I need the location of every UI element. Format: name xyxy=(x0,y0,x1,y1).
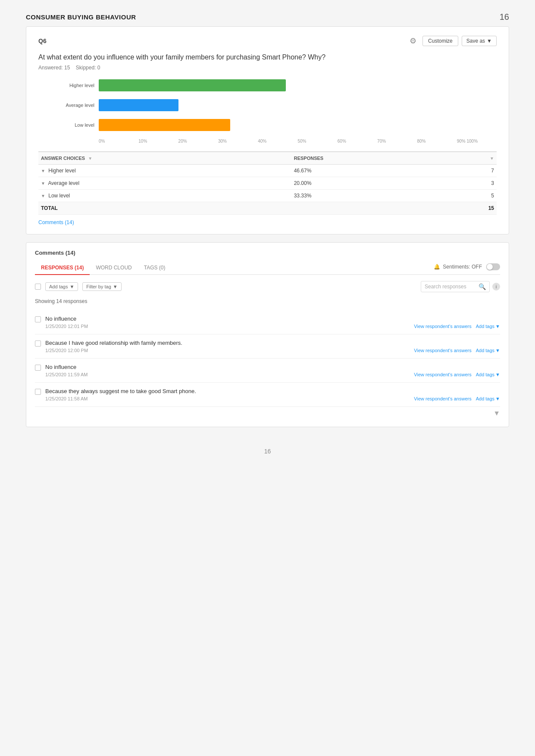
answers-table: ANSWER CHOICES ▼ RESPONSES ▼ ▼ Higher le… xyxy=(38,151,497,215)
view-respondent-link-1[interactable]: View respondent's answers xyxy=(414,348,471,353)
comments-card-title: Comments (14) xyxy=(35,250,500,256)
add-tags-arrow: ▼ xyxy=(69,284,74,289)
response-checkbox-2[interactable] xyxy=(35,365,41,371)
tabs-right: 🔔 Sentiments: OFF xyxy=(434,263,500,273)
info-icon-label: i xyxy=(496,284,497,289)
card-header-row: Q6 ⚙ Customize Save as ▼ xyxy=(38,35,497,47)
filter-left: Add tags ▼ Filter by tag ▼ xyxy=(35,282,122,291)
col-responses[interactable]: RESPONSES xyxy=(291,152,447,165)
response-date-2: 1/25/2020 11:59 AM xyxy=(45,372,88,377)
response-item-0: No influence 1/25/2020 12:01 PM View res… xyxy=(35,310,500,334)
view-respondent-link-3[interactable]: View respondent's answers xyxy=(414,396,471,401)
chart-row-2: Low level xyxy=(43,119,497,131)
filter-right: Search responses 🔍 i xyxy=(421,281,500,292)
gear-button[interactable]: ⚙ xyxy=(407,35,419,47)
question-text: At what extent do you influence with you… xyxy=(38,53,497,62)
answer-pct-1: 20.00% xyxy=(291,177,447,190)
customize-button[interactable]: Customize xyxy=(422,36,458,46)
response-actions-3: View respondent's answers Add tags ▼ xyxy=(414,396,500,401)
add-tags-response-button-3[interactable]: Add tags ▼ xyxy=(476,396,500,401)
tab-word-cloud-label: WORD CLOUD xyxy=(96,265,131,271)
page-title: CONSUMER BUYING BEHAVIOUR xyxy=(26,13,136,21)
chart-bar-container-1 xyxy=(99,99,497,111)
col-answer-choices[interactable]: ANSWER CHOICES ▼ xyxy=(38,152,291,165)
tab-responses-count: (14) xyxy=(75,265,84,271)
answer-label-0: ▼ Higher level xyxy=(38,165,291,177)
showing-text: Showing 14 responses xyxy=(35,298,500,304)
x-tick-7: 70% xyxy=(377,139,417,144)
tab-tags[interactable]: TAGS (0) xyxy=(138,262,172,275)
chart-bar-1 xyxy=(99,99,178,111)
tabs-left: RESPONSES (14) WORD CLOUD TAGS (0) xyxy=(35,262,172,274)
chart-label-0: Higher level xyxy=(43,83,94,88)
response-text-3: Because they always suggest me to take g… xyxy=(45,388,500,394)
response-date-0: 1/25/2020 12:01 PM xyxy=(45,324,88,329)
sentiment-icon: 🔔 xyxy=(434,264,440,270)
skipped-label: Skipped: 0 xyxy=(76,65,100,71)
search-icon: 🔍 xyxy=(479,283,486,290)
response-actions-2: View respondent's answers Add tags ▼ xyxy=(414,372,500,377)
col-count[interactable]: ▼ xyxy=(447,152,497,165)
response-text-2: No influence xyxy=(45,364,500,370)
col-responses-label: RESPONSES xyxy=(294,156,323,161)
choice-dot-2: ▼ xyxy=(41,194,45,198)
sort-arrow-col3: ▼ xyxy=(490,156,494,161)
footer-page-number: 16 xyxy=(264,448,271,455)
add-tags-response-button-2[interactable]: Add tags ▼ xyxy=(476,372,500,377)
select-all-checkbox[interactable] xyxy=(35,284,41,290)
filter-row: Add tags ▼ Filter by tag ▼ Search respon… xyxy=(35,281,500,292)
comments-link[interactable]: Comments (14) xyxy=(38,219,74,225)
response-body-0: No influence 1/25/2020 12:01 PM View res… xyxy=(45,316,500,329)
x-tick-5: 50% xyxy=(297,139,337,144)
view-respondent-link-0[interactable]: View respondent's answers xyxy=(414,324,471,329)
saveas-button[interactable]: Save as ▼ xyxy=(462,36,497,46)
answer-label-2: ▼ Low level xyxy=(38,190,291,202)
sentiments-toggle[interactable] xyxy=(486,263,500,270)
response-item-1: Because I have good relationship with fa… xyxy=(35,334,500,359)
chart-bar-container-2 xyxy=(99,119,497,131)
response-date-3: 1/25/2020 11:58 AM xyxy=(45,396,88,401)
table-row: ▼ Higher level 46.67% 7 xyxy=(38,165,497,177)
add-tags-response-arrow-1: ▼ xyxy=(495,348,500,353)
table-row: ▼ Low level 33.33% 5 xyxy=(38,190,497,202)
response-date-1: 1/25/2020 12:00 PM xyxy=(45,348,88,353)
comments-card: Comments (14) RESPONSES (14) WORD CLOUD … xyxy=(26,242,509,427)
info-icon[interactable]: i xyxy=(492,283,500,291)
table-row: ▼ Average level 20.00% 3 xyxy=(38,177,497,190)
chart-x-axis: 0% 10% 20% 30% 40% 50% 60% 70% 80% 90% 1… xyxy=(99,139,497,144)
x-tick-2: 20% xyxy=(178,139,218,144)
x-tick-8: 80% xyxy=(417,139,457,144)
scroll-indicator: ▼ xyxy=(35,407,500,420)
filter-by-tag-label: Filter by tag xyxy=(86,284,111,289)
response-checkbox-0[interactable] xyxy=(35,316,41,322)
choice-dot-0: ▼ xyxy=(41,169,45,173)
page-header: CONSUMER BUYING BEHAVIOUR 16 xyxy=(0,0,535,26)
add-tags-response-arrow-2: ▼ xyxy=(495,372,500,377)
add-tags-button[interactable]: Add tags ▼ xyxy=(45,282,78,291)
tab-responses-label: RESPONSES xyxy=(41,265,75,271)
add-tags-response-button-0[interactable]: Add tags ▼ xyxy=(476,324,500,329)
add-tags-response-label-3: Add tags xyxy=(476,396,494,401)
total-pct xyxy=(291,202,447,215)
search-button[interactable]: 🔍 xyxy=(479,283,486,290)
total-label: TOTAL xyxy=(38,202,291,215)
answered-label: Answered: 15 xyxy=(38,65,70,71)
filter-by-tag-button[interactable]: Filter by tag ▼ xyxy=(82,282,121,291)
x-tick-4: 40% xyxy=(258,139,297,144)
response-checkbox-3[interactable] xyxy=(35,389,41,395)
response-meta-2: 1/25/2020 11:59 AM View respondent's ans… xyxy=(45,372,500,377)
view-respondent-link-2[interactable]: View respondent's answers xyxy=(414,372,471,377)
tab-responses[interactable]: RESPONSES (14) xyxy=(35,262,90,275)
main-content: Q6 ⚙ Customize Save as ▼ At what extent … xyxy=(0,26,535,427)
answered-info: Answered: 15 Skipped: 0 xyxy=(38,65,497,71)
response-meta-1: 1/25/2020 12:00 PM View respondent's ans… xyxy=(45,348,500,353)
add-tags-response-button-1[interactable]: Add tags ▼ xyxy=(476,348,500,353)
add-tags-response-label-0: Add tags xyxy=(476,324,494,329)
response-checkbox-1[interactable] xyxy=(35,341,41,347)
question-card: Q6 ⚙ Customize Save as ▼ At what extent … xyxy=(26,26,509,234)
response-body-3: Because they always suggest me to take g… xyxy=(45,388,500,401)
answer-count-1: 3 xyxy=(447,177,497,190)
page-number-header: 16 xyxy=(500,12,509,22)
chart-row-0: Higher level xyxy=(43,79,497,91)
tab-word-cloud[interactable]: WORD CLOUD xyxy=(90,262,138,275)
